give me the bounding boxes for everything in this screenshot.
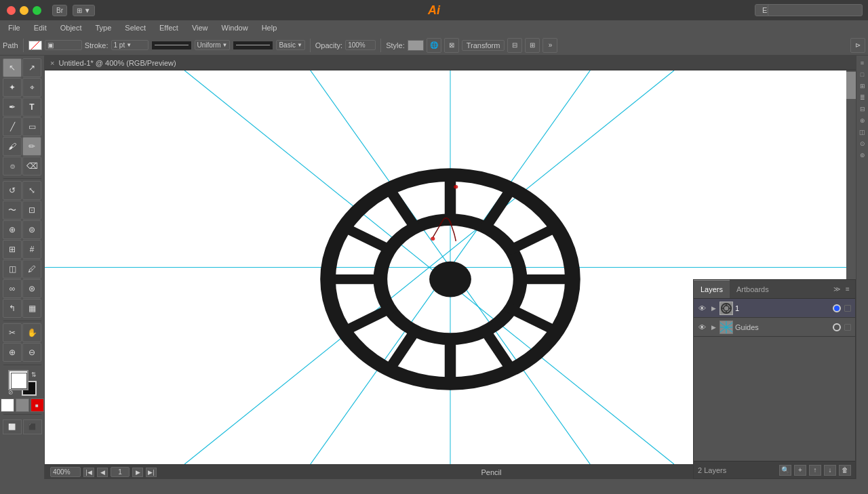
pathfinder-btn[interactable]: ⊞	[525, 38, 540, 53]
warp-tool[interactable]: 〜	[3, 201, 22, 220]
right-strip-btn-5[interactable]: ⊟	[858, 104, 867, 114]
slice-tool[interactable]: ✂	[3, 323, 22, 342]
screen-full-btn[interactable]: ⬛	[23, 419, 42, 434]
stroke-profile-dropdown[interactable]: Basic ▼	[276, 40, 304, 50]
scrollbar-thumb[interactable]	[846, 72, 856, 99]
menu-edit[interactable]: Edit	[31, 22, 50, 33]
panel-toggle-btn[interactable]: ⊳	[850, 38, 865, 53]
chart-tool[interactable]: ↰	[3, 299, 22, 318]
layer-1-visibility[interactable]: 👁	[696, 303, 707, 314]
page-input[interactable]	[111, 467, 130, 477]
maximize-button[interactable]	[33, 6, 41, 15]
swap-colors-icon[interactable]: ⇅	[31, 371, 37, 378]
free-transform-tool[interactable]: ⊡	[22, 201, 41, 220]
stroke-color[interactable]	[28, 41, 42, 50]
stroke-color-swatch[interactable]	[28, 41, 42, 50]
next-page-btn[interactable]: ▶	[132, 468, 143, 477]
layer-row-1[interactable]: 👁 ▶ 1	[694, 299, 855, 318]
lasso-tool[interactable]: ⌖	[22, 78, 41, 97]
guides-target[interactable]	[833, 323, 841, 331]
transform-align-btn[interactable]: ⊠	[444, 38, 459, 53]
style-icon-btn[interactable]: 🌐	[427, 38, 441, 53]
zoom-input[interactable]	[50, 467, 81, 477]
close-button[interactable]	[7, 6, 16, 15]
stroke-type-dropdown[interactable]: ▣	[45, 40, 82, 50]
menu-file[interactable]: File	[5, 22, 23, 33]
pencil-tool[interactable]: ✏	[22, 137, 41, 156]
layer-1-lock[interactable]	[843, 304, 852, 313]
opacity-input[interactable]	[345, 40, 376, 50]
bar-chart-tool[interactable]: ▦	[22, 299, 41, 318]
direct-select-tool[interactable]: ↗	[22, 58, 41, 77]
fill-swatch[interactable]	[8, 370, 28, 390]
layer-1-target[interactable]	[833, 304, 841, 312]
right-strip-btn-3[interactable]: ⊞	[858, 81, 867, 91]
search-input[interactable]	[768, 4, 863, 16]
rotate-tool[interactable]: ↺	[3, 181, 22, 200]
right-strip-btn-7[interactable]: ◫	[858, 127, 867, 137]
stroke-uniform-dropdown[interactable]: Uniform ▼	[195, 40, 231, 50]
paintbrush-tool[interactable]: 🖌	[3, 137, 22, 156]
scale-tool[interactable]: ⤡	[22, 181, 41, 200]
bridge-button[interactable]: Br	[52, 5, 67, 16]
eraser-tool[interactable]: ⌫	[22, 157, 41, 176]
view-mode-button[interactable]: ⊞ ▼	[73, 5, 95, 16]
layer-row-guides[interactable]: 👁 ▶ Guides	[694, 318, 855, 337]
tab-artboards[interactable]: Artboards	[730, 280, 776, 298]
mesh-tool[interactable]: #	[22, 240, 41, 259]
symbol-tool[interactable]: ⊛	[22, 279, 41, 298]
layer-1-expand[interactable]: ▶	[709, 304, 717, 312]
color-mode-gray[interactable]	[16, 398, 29, 412]
style-box[interactable]	[408, 40, 424, 51]
transform-button[interactable]: Transform	[462, 40, 505, 51]
right-strip-btn-1[interactable]: ≡	[858, 58, 867, 68]
pen-tool[interactable]: ✒	[3, 98, 22, 117]
menu-view[interactable]: View	[189, 22, 211, 33]
canvas-close-btn[interactable]: ×	[50, 59, 54, 67]
layers-expand-collapse-btn[interactable]: ≫	[832, 285, 842, 294]
menu-object[interactable]: Object	[58, 22, 85, 33]
magic-wand-tool[interactable]: ✦	[3, 78, 22, 97]
right-strip-btn-8[interactable]: ⊙	[858, 139, 867, 148]
rect-tool[interactable]: ▭	[22, 117, 41, 136]
toolbar-more-btn[interactable]: »	[542, 38, 557, 53]
right-strip-btn-4[interactable]: ≣	[858, 93, 867, 102]
first-page-btn[interactable]: |◀	[83, 468, 94, 477]
menu-effect[interactable]: Effect	[157, 22, 181, 33]
stroke-weight-input[interactable]: 1 pt ▼	[111, 40, 149, 50]
select-tool[interactable]: ↖	[3, 58, 22, 77]
layers-search-btn[interactable]: 🔍	[779, 465, 791, 476]
color-mode-white[interactable]	[1, 398, 14, 412]
type-tool[interactable]: T	[22, 98, 41, 117]
screen-normal-btn[interactable]: ⬜	[3, 419, 22, 434]
right-strip-btn-6[interactable]: ⊕	[858, 116, 867, 125]
zoom-tool[interactable]: ⊕	[3, 343, 22, 362]
perspective-tool[interactable]: ⊞	[3, 240, 22, 259]
gradient-tool[interactable]: ◫	[3, 260, 22, 279]
guides-expand[interactable]: ▶	[709, 323, 717, 331]
guides-lock[interactable]	[843, 323, 852, 332]
tab-layers[interactable]: Layers	[694, 280, 730, 298]
guides-visibility[interactable]: 👁	[696, 322, 707, 333]
right-strip-btn-2[interactable]: □	[858, 70, 867, 79]
layers-new-layer-btn[interactable]: +	[794, 465, 806, 476]
eyedropper-tool[interactable]: 🖊	[22, 260, 41, 279]
line-tool[interactable]: ╱	[3, 117, 22, 136]
layers-delete-btn[interactable]: 🗑	[839, 465, 851, 476]
layers-panel-menu-btn[interactable]: ≡	[843, 285, 852, 294]
prev-page-btn[interactable]: ◀	[97, 468, 108, 477]
live-paint-tool[interactable]: ⊚	[22, 220, 41, 239]
menu-select[interactable]: Select	[122, 22, 149, 33]
menu-window[interactable]: Window	[219, 22, 251, 33]
hand-tool[interactable]: ✋	[22, 323, 41, 342]
shape-builder-tool[interactable]: ⊕	[3, 220, 22, 239]
blob-brush-tool[interactable]: ⌾	[3, 157, 22, 176]
menu-help[interactable]: Help	[259, 22, 280, 33]
zoom-out-tool[interactable]: ⊖	[22, 343, 41, 362]
menu-type[interactable]: Type	[93, 22, 115, 33]
align-btn[interactable]: ⊟	[507, 38, 522, 53]
right-strip-btn-9[interactable]: ⊚	[858, 150, 867, 160]
minimize-button[interactable]	[20, 6, 28, 15]
blend-tool[interactable]: ∞	[3, 279, 22, 298]
layers-move-down-btn[interactable]: ↓	[824, 465, 836, 476]
